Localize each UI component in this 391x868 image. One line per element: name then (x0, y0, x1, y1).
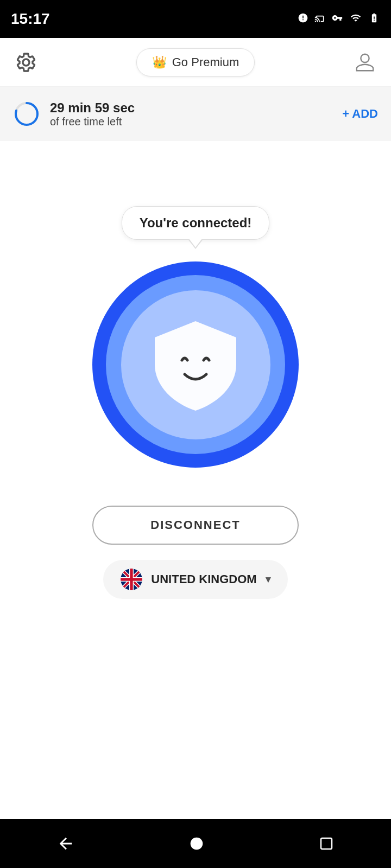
chevron-down-icon: ▾ (266, 573, 270, 585)
timer-sub: of free time left (50, 116, 135, 128)
svg-rect-10 (121, 578, 142, 580)
back-button[interactable] (56, 834, 75, 853)
timer-banner: 29 min 59 sec of free time left + ADD (0, 87, 391, 141)
key-icon (331, 12, 343, 26)
go-premium-button[interactable]: 👑 Go Premium (136, 48, 255, 76)
timer-text: 29 min 59 sec of free time left (50, 100, 135, 128)
add-time-button[interactable]: + ADD (342, 107, 378, 121)
battery-icon (368, 12, 380, 26)
top-nav: 👑 Go Premium (0, 38, 391, 87)
timer-circle-icon (13, 100, 40, 127)
shield-smiley-icon (152, 316, 239, 413)
square-icon (318, 835, 335, 852)
shield-container[interactable] (87, 256, 304, 473)
status-icons (298, 12, 380, 26)
user-profile-button[interactable] (352, 49, 378, 75)
connected-speech-bubble: You're connected! (122, 206, 270, 240)
settings-button[interactable] (13, 49, 39, 75)
uk-flag (121, 569, 142, 590)
disconnect-button[interactable]: DISCONNECT (92, 506, 299, 545)
country-selector-button[interactable]: UNITED KINGDOM ▾ (103, 560, 287, 599)
status-bar: 15:17 (0, 0, 391, 38)
svg-rect-14 (321, 838, 332, 849)
alert-icon (298, 12, 308, 26)
timer-left: 29 min 59 sec of free time left (13, 100, 135, 128)
connected-text: You're connected! (140, 215, 252, 230)
recents-button[interactable] (318, 835, 335, 852)
country-name: UNITED KINGDOM (151, 572, 256, 586)
home-button[interactable] (187, 834, 206, 853)
status-time: 15:17 (11, 10, 50, 28)
cast-icon (314, 12, 326, 26)
shield-icon-wrap (152, 316, 239, 413)
timer-main: 29 min 59 sec (50, 100, 135, 116)
crown-icon: 👑 (152, 55, 167, 69)
back-icon (56, 834, 75, 853)
go-premium-label: Go Premium (172, 55, 239, 69)
svg-point-13 (191, 838, 203, 850)
main-content: You're connected! DISCONNECT (0, 141, 391, 599)
user-icon (355, 52, 375, 73)
gear-icon (15, 52, 37, 73)
bottom-nav (0, 819, 391, 868)
wifi-icon (349, 12, 363, 26)
home-icon (187, 834, 206, 853)
